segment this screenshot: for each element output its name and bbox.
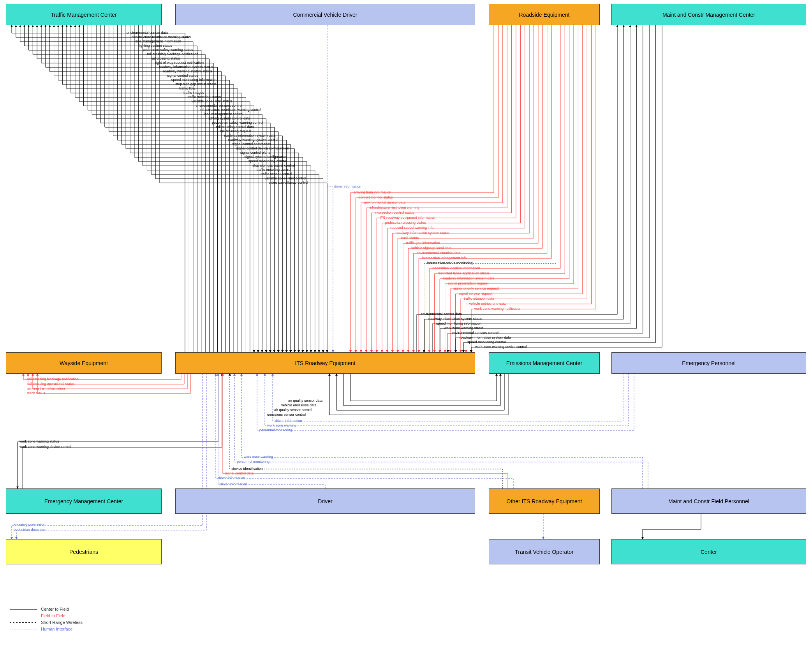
flow-label: emissions sensor control <box>267 413 306 416</box>
flow-label: air quality sensor control <box>274 408 312 412</box>
node-emergency-management-center[interactable]: Emergency Management Center <box>6 488 162 514</box>
flow-label: signal control device configuration <box>236 146 289 150</box>
flow-label: infrastructure restriction warning statu… <box>130 35 191 39</box>
flow-label: work zone warning status <box>444 326 484 330</box>
flow-label: device identification <box>232 467 263 471</box>
node-commercial-vehicle-driver[interactable]: Commercial Vehicle Driver <box>175 4 475 25</box>
flow-label: environmental situation data <box>417 251 461 255</box>
flow-label: speed monitoring information <box>436 321 481 325</box>
node-roadside-equipment[interactable]: Roadside Equipment <box>489 4 600 25</box>
node-driver[interactable]: Driver <box>175 488 475 514</box>
flow-label: driver information <box>218 476 245 480</box>
flow-label: speed monitoring control <box>467 340 506 344</box>
flow-label: lighting system control data <box>208 116 250 120</box>
flow-label: rail crossing status <box>151 56 180 60</box>
flow-label: reduced speed warning info <box>390 226 433 230</box>
node-emergency-personnel[interactable]: Emergency Personnel <box>611 352 806 374</box>
legend-label: Short Range Wireless <box>41 620 83 625</box>
node-label: Other ITS Roadway Equipment <box>507 498 582 504</box>
flow-label: video surveillance control <box>269 181 308 184</box>
flow-label: pedestrian safety warning status <box>143 48 193 52</box>
flow-label: work zone warning device control <box>475 345 527 349</box>
flow-label: intersection control status <box>375 211 414 214</box>
node-center[interactable]: Center <box>611 539 806 564</box>
flow-label: lighting system status <box>139 44 172 47</box>
flow-label: traffic situation data <box>464 297 494 300</box>
flow-label: driver information <box>334 184 361 188</box>
flow-label: stop sign gap assist status <box>175 82 217 86</box>
node-label: ITS Roadway Equipment <box>295 360 356 366</box>
legend-label: Field to Field <box>41 613 65 618</box>
flow-label: driver information <box>220 482 247 486</box>
flow-label: driver information <box>275 419 302 423</box>
flow-label: traffic gap information <box>406 241 440 245</box>
node-its-roadway-equipment[interactable]: ITS Roadway Equipment <box>175 352 475 374</box>
node-maint-constr-mgmt-center[interactable]: Maint and Constr Management Center <box>611 4 806 25</box>
node-emissions-management-center[interactable]: Emissions Management Center <box>489 352 600 374</box>
flow-label: signal service request <box>459 292 493 295</box>
flow-label: intersection status monitoring <box>427 261 473 265</box>
diagram-canvas: Traffic Management Center Commercial Veh… <box>0 0 812 650</box>
node-label: Emissions Management Center <box>506 360 582 366</box>
flow-label: infrastructure restriction warning contr… <box>200 108 261 112</box>
legend-label: Center to Field <box>41 607 69 611</box>
node-label: Traffic Management Center <box>51 12 117 18</box>
node-label: Center <box>701 549 717 555</box>
flow-label: traffic metering control <box>257 168 291 172</box>
legend-label: Human Interface <box>41 627 72 631</box>
flow-label: speed monitoring control <box>248 159 287 163</box>
flow-label: work zone warning <box>244 455 273 459</box>
flow-label: signal preemption request <box>448 281 489 285</box>
flow-label: traffic images <box>183 91 204 95</box>
flow-label: arriving train information <box>27 386 65 390</box>
node-label: Wayside Equipment <box>60 360 108 366</box>
flow-label: lane management information <box>135 39 181 43</box>
flow-label: environmental sensor data <box>364 200 405 204</box>
legend-line-human-interface <box>10 629 37 629</box>
node-label: Transit Vehicle Operator <box>515 549 573 555</box>
flow-label: personnel monitoring <box>237 460 269 464</box>
flow-label: variable speed limit status <box>192 99 232 103</box>
flow-label: environmental sensor data <box>127 31 168 35</box>
flow-label: lane management control <box>204 112 243 116</box>
node-other-its-roadway-equipment[interactable]: Other ITS Roadway Equipment <box>489 488 600 514</box>
node-maint-constr-field-personnel[interactable]: Maint and Constr Field Personnel <box>611 488 806 514</box>
flow-label: roadway information system status <box>396 231 450 235</box>
flow-label: crossing permission <box>14 523 45 527</box>
flow-label: rail crossing request <box>220 129 252 133</box>
flow-label: air quality sensor data <box>288 399 322 402</box>
node-label: Maint and Constr Management Center <box>662 12 755 18</box>
flow-label: rail crossing blockage notification <box>147 52 198 56</box>
flow-label: traffic metering status <box>187 95 221 99</box>
flow-label: personnel monitoring <box>259 428 292 432</box>
flow-label: signal control plans <box>240 151 270 155</box>
flow-label: roadway information system data <box>460 336 511 339</box>
flow-label: pedestrian crossing status <box>385 221 426 225</box>
node-traffic-management-center[interactable]: Traffic Management Center <box>6 4 162 25</box>
flow-label: signal control data <box>225 471 254 475</box>
flow-label: arriving train information <box>354 190 391 194</box>
node-label: Driver <box>318 498 332 504</box>
flow-label: roadway information system status <box>159 65 213 69</box>
node-wayside-equipment[interactable]: Wayside Equipment <box>6 352 162 374</box>
node-pedestrians[interactable]: Pedestrians <box>6 539 162 564</box>
node-transit-vehicle-operator[interactable]: Transit Vehicle Operator <box>489 539 600 564</box>
flow-label: restricted lanes application status <box>438 271 490 275</box>
node-label: Roadside Equipment <box>519 12 570 18</box>
flow-label: vehicle entries and exits <box>469 302 507 306</box>
flow-label: pedestrian safety warning control <box>212 121 263 125</box>
legend-line-center-to-field <box>10 609 37 610</box>
flow-label: signal control commands <box>232 142 271 146</box>
legend-line-field-to-field <box>10 616 37 616</box>
flow-label: work zone warning notification <box>474 307 521 311</box>
flow-label: roadway information system status <box>428 317 483 321</box>
flow-label: intersection infringement info <box>422 256 467 260</box>
flow-label: ITS roadway equipment information <box>380 216 435 220</box>
flow-label: traffic sensor control <box>261 172 292 176</box>
flow-label: roadway information system data <box>443 276 494 280</box>
flow-label: rail crossing blockage notification <box>27 377 79 381</box>
node-label: Emergency Personnel <box>682 360 736 366</box>
flow-label: environmental sensors control <box>196 104 242 107</box>
flow-label: roadway warning system status <box>163 69 212 73</box>
flow-label: traffic flow <box>180 86 195 90</box>
